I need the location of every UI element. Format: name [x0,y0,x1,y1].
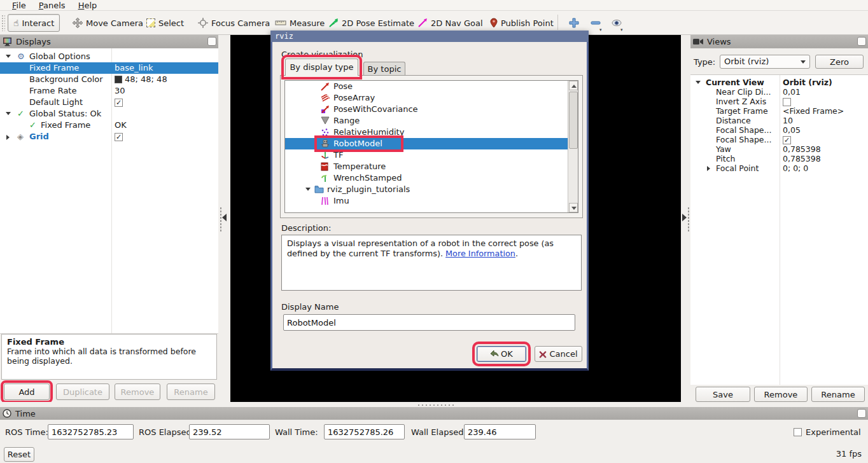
expander-icon[interactable] [707,166,710,171]
remove-view-button[interactable]: Remove [754,387,808,402]
expander-icon[interactable] [696,81,701,84]
property-value[interactable]: base_link [115,63,153,73]
property-value[interactable]: 10 [783,116,793,125]
expander-icon[interactable] [305,188,311,191]
duplicate-button[interactable]: Duplicate [56,384,109,400]
view-row-distance[interactable]: Distance 10 [690,116,868,125]
list-item-temperature[interactable]: Temperature [285,161,569,172]
view-row-focal-shape-fixed[interactable]: Focal Shape... ✓ [690,135,868,144]
list-item-wrenchstamped[interactable]: WrenchStamped [285,172,569,184]
ros-time-input[interactable] [48,424,134,439]
menu-panels[interactable]: Panels [33,1,71,10]
view-row-invert-z[interactable]: Invert Z Axis [690,97,868,106]
zero-button[interactable]: Zero [815,55,864,69]
wall-elapsed-input[interactable] [464,424,536,439]
tool-properties-button[interactable] [606,14,627,32]
tree-row-grid[interactable]: ◈ Grid ✓ [0,131,218,142]
property-value[interactable]: <Fixed Frame> [783,106,844,116]
ros-elapsed-input[interactable] [189,424,270,439]
more-information-link[interactable]: More Information [445,249,515,258]
view-row-target-frame[interactable]: Target Frame <Fixed Frame> [690,106,868,116]
collapse-left-icon[interactable] [222,214,227,221]
float-button[interactable] [857,409,866,418]
save-button[interactable]: Save [696,387,750,402]
displays-tree[interactable]: ⚙ Global Options Fixed Frame base_link B… [0,48,218,334]
tree-row-frame-rate[interactable]: Frame Rate 30 [0,85,218,97]
tool-2d-nav-goal[interactable]: 2D Nav Goal [412,14,488,32]
left-splitter[interactable] [218,35,230,402]
expander-icon[interactable] [6,135,10,140]
display-type-list[interactable]: Pose PoseArray PoseWithCovariance Range … [284,80,578,213]
tool-measure[interactable]: Measure [270,14,330,32]
dialog-titlebar[interactable]: rviz [270,31,589,42]
property-value[interactable]: 0; 0; 0 [783,163,808,173]
views-panel-header[interactable]: Views [690,35,868,48]
list-item-relativehumidity[interactable]: RelativeHumidity [285,127,569,138]
tree-row-default-light[interactable]: Default Light ✓ [0,97,218,108]
rename-view-button[interactable]: Rename [811,387,865,402]
experimental-checkbox[interactable] [794,428,802,436]
tab-by-topic[interactable]: By topic [363,62,405,76]
scroll-up-button[interactable] [569,81,578,90]
expander-icon[interactable] [6,112,11,115]
scrollbar-thumb[interactable] [569,92,578,149]
collapse-right-icon[interactable] [682,214,687,221]
remove-tool-button[interactable] [585,14,606,32]
chevron-down-icon[interactable]: ▾ [620,27,623,32]
checkbox-checked[interactable]: ✓ [115,99,123,107]
expander-icon[interactable] [6,55,11,58]
splitter-grip[interactable] [417,404,454,406]
tree-row-fixed-frame[interactable]: Fixed Frame base_link [0,62,218,74]
toolbar-grip[interactable] [1,15,5,31]
chevron-down-icon[interactable]: ▾ [599,27,602,32]
list-item-range[interactable]: Range [285,115,569,127]
tree-row-background-color[interactable]: Background Color 48; 48; 48 [0,74,218,85]
display-name-input[interactable] [283,314,575,331]
list-item-rviz-plugin-tutorials[interactable]: rviz_plugin_tutorials [285,184,569,195]
list-item-tf[interactable]: TF [285,149,569,161]
view-row-focal-shape-size[interactable]: Focal Shape... 0,05 [690,125,868,135]
scroll-down-button[interactable] [569,203,578,212]
cancel-button[interactable]: Cancel [535,346,582,362]
add-tool-button[interactable] [564,14,584,32]
property-value[interactable]: 30 [115,86,125,95]
list-item-pose[interactable]: Pose [285,81,569,92]
tree-row-fixed-frame-status[interactable]: ✓ Fixed Frame OK [0,120,218,131]
checkbox-unchecked[interactable] [783,98,791,106]
tool-2d-pose-estimate[interactable]: 2D Pose Estimate [323,14,419,32]
property-value[interactable]: 48; 48; 48 [115,74,167,84]
add-button[interactable]: Add [4,384,50,400]
view-type-select[interactable]: Orbit (rviz) [720,55,810,69]
checkbox-checked[interactable]: ✓ [783,136,791,144]
menu-file[interactable]: File [6,1,32,10]
float-button[interactable] [207,37,216,46]
list-item-posearray[interactable]: PoseArray [285,92,569,104]
tool-publish-point[interactable]: Publish Point [485,14,559,32]
tool-move-camera[interactable]: Move Camera [67,14,148,32]
rename-button[interactable]: Rename [167,384,215,400]
remove-button[interactable]: Remove [115,384,160,400]
right-splitter[interactable] [681,35,690,402]
view-row-focal-point[interactable]: Focal Point 0; 0; 0 [690,163,868,173]
tree-row-global-status[interactable]: ✓ Global Status: Ok [0,108,218,120]
checkbox-checked[interactable]: ✓ [115,133,123,141]
view-row-near-clip[interactable]: Near Clip Di... 0,01 [690,87,868,97]
splitter-grip[interactable] [687,207,690,232]
view-row-yaw[interactable]: Yaw 0,785398 [690,144,868,154]
menu-help[interactable]: Help [73,1,103,10]
tab-by-display-type[interactable]: By display type [285,59,358,76]
property-value[interactable]: 0,01 [783,87,801,97]
time-panel-header[interactable]: Time [0,407,868,420]
ok-button[interactable]: OK [477,346,526,362]
tree-row-global-options[interactable]: ⚙ Global Options [0,51,218,62]
float-button[interactable] [857,37,866,46]
view-row-pitch[interactable]: Pitch 0,785398 [690,154,868,163]
tool-focus-camera[interactable]: Focus Camera [193,14,275,32]
tool-interact[interactable]: ☝ Interact [8,14,60,32]
property-value[interactable]: 0,785398 [783,154,821,163]
property-value[interactable]: 0,05 [783,125,801,135]
property-value[interactable]: 0,785398 [783,144,821,154]
list-item-imu[interactable]: Imu [285,195,569,207]
reset-button[interactable]: Reset [4,447,34,462]
horizontal-splitter[interactable] [0,402,868,407]
